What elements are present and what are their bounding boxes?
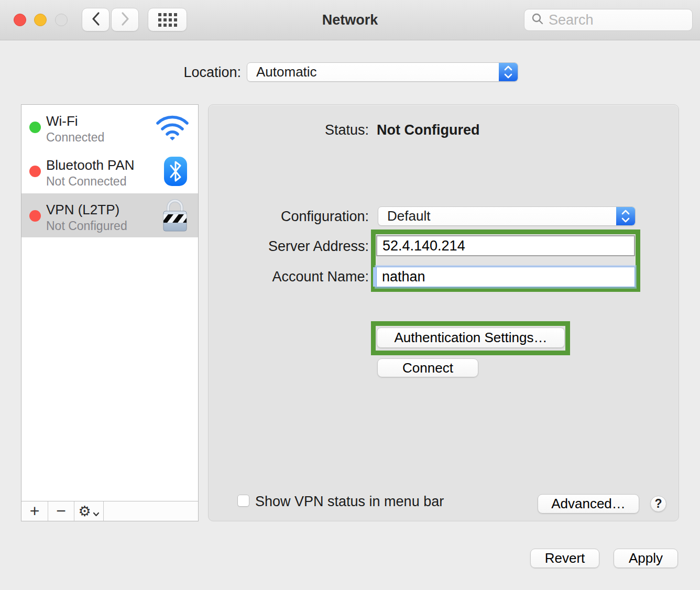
search-input[interactable] [549, 12, 680, 28]
service-status: Connected [46, 130, 104, 145]
gear-icon: ⚙ [78, 503, 91, 520]
show-vpn-status-label: Show VPN status in menu bar [255, 494, 444, 510]
titlebar: Network [0, 0, 700, 40]
minimize-button[interactable] [34, 14, 47, 26]
configuration-dropdown[interactable]: Default [378, 206, 636, 226]
service-status: Not Configured [46, 219, 127, 233]
configuration-label: Configuration: [281, 209, 369, 225]
status-dot [29, 210, 41, 222]
server-address-label: Server Address: [268, 238, 369, 255]
stepper-icon [499, 63, 518, 81]
sidebar-toolbar: + − ⚙ [21, 501, 198, 521]
lock-icon [161, 199, 189, 234]
sidebar-item-vpn-l2tp[interactable]: VPN (L2TP) Not Configured [21, 193, 198, 237]
services-sidebar: Wi-Fi Connected Bluetooth PAN Not Connec… [21, 104, 199, 521]
forward-button[interactable] [111, 8, 139, 31]
stepper-icon [616, 207, 635, 225]
account-name-input[interactable] [376, 267, 635, 287]
vpn-settings-panel: Status: Not Configured Configuration: De… [208, 104, 679, 521]
status-value: Not Configured [377, 122, 479, 138]
chevron-left-icon [91, 12, 101, 28]
service-name: Bluetooth PAN [46, 157, 135, 173]
service-name: Wi-Fi [46, 113, 78, 129]
remove-service-button[interactable]: − [48, 501, 74, 521]
location-value: Automatic [247, 64, 499, 80]
apply-button[interactable]: Apply [614, 549, 678, 568]
zoom-button [55, 14, 68, 26]
authentication-settings-button[interactable]: Authentication Settings… [377, 327, 565, 348]
status-dot [29, 122, 41, 133]
close-button[interactable] [14, 14, 26, 26]
highlight-box-auth-button: Authentication Settings… [371, 321, 570, 355]
back-button[interactable] [82, 8, 110, 31]
sidebar-item-wifi[interactable]: Wi-Fi Connected [21, 105, 198, 149]
show-vpn-status-checkbox[interactable] [237, 495, 249, 507]
connect-button[interactable]: Connect [377, 358, 478, 377]
bluetooth-icon [164, 157, 187, 188]
status-dot [29, 166, 41, 177]
add-service-button[interactable]: + [21, 501, 48, 521]
search-field[interactable] [524, 9, 693, 31]
location-label: Location: [183, 64, 241, 81]
chevron-right-icon [121, 12, 130, 28]
advanced-button[interactable]: Advanced… [538, 494, 639, 513]
help-button[interactable]: ? [650, 496, 666, 512]
wifi-icon [154, 113, 191, 143]
chevron-down-icon [93, 501, 100, 521]
highlight-box-fields [371, 230, 640, 292]
sidebar-item-bluetooth-pan[interactable]: Bluetooth PAN Not Connected [21, 149, 198, 193]
search-icon [531, 13, 544, 27]
service-actions-button[interactable]: ⚙ [74, 501, 104, 521]
revert-button[interactable]: Revert [530, 549, 599, 568]
account-name-label: Account Name: [272, 269, 369, 285]
grid-icon [158, 13, 177, 27]
status-label: Status: [325, 122, 369, 138]
server-address-input[interactable] [376, 235, 635, 256]
location-dropdown[interactable]: Automatic [247, 62, 518, 82]
show-all-button[interactable] [148, 8, 187, 31]
service-status: Not Connected [46, 174, 126, 189]
service-name: VPN (L2TP) [46, 202, 119, 218]
configuration-value: Default [378, 208, 616, 224]
